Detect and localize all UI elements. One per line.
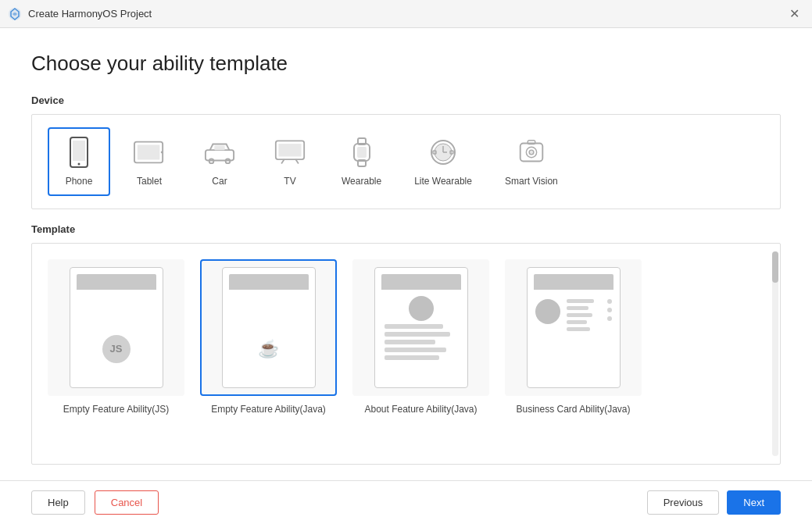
device-smart-vision-label: Smart Vision [505,176,558,187]
close-button[interactable]: ✕ [785,6,804,22]
lite-wearable-icon [427,137,459,168]
device-item-lite-wearable[interactable]: Lite Wearable [402,127,485,196]
template-section: Template JS Empty Featur [31,223,781,465]
template-about-java-label: About Feature Ability(Java) [364,404,477,415]
phone-icon [63,137,95,168]
device-item-car[interactable]: Car [188,127,251,196]
svg-rect-5 [138,144,160,159]
wearable-icon [346,137,377,168]
template-item-bizcard-java[interactable]: Business Card Ability(Java) [505,259,642,415]
scrollbar-thumb[interactable] [772,251,778,283]
svg-point-27 [529,150,534,155]
template-preview-about-java [352,259,489,396]
tv-icon [274,137,306,168]
device-panel: Phone Tablet [31,114,781,209]
svg-point-9 [226,159,231,164]
device-wearable-label: Wearable [342,176,381,187]
footer-right: Previous Next [647,490,781,515]
svg-point-6 [161,151,163,154]
main-window: Create HarmonyOS Project ✕ Choose your a… [0,0,812,524]
device-car-label: Car [212,176,227,187]
car-icon [204,137,235,168]
page-title: Choose your ability template [31,52,781,76]
scrollbar-track [772,251,778,456]
svg-rect-2 [73,141,85,161]
device-item-phone[interactable]: Phone [48,127,110,196]
template-preview-empty-js: JS [48,259,184,396]
device-section-label: Device [31,94,781,106]
template-section-label: Template [31,223,781,235]
device-lite-wearable-label: Lite Wearable [414,176,472,187]
svg-point-8 [209,159,214,164]
device-item-smart-vision[interactable]: Smart Vision [492,127,571,196]
tablet-icon [134,137,165,168]
footer-left: Help Cancel [31,490,159,515]
previous-button[interactable]: Previous [647,490,720,515]
help-button[interactable]: Help [31,490,85,515]
svg-point-3 [78,163,80,166]
smart-vision-icon [516,137,547,168]
cancel-button[interactable]: Cancel [95,490,159,515]
template-preview-bizcard-java [505,259,642,396]
svg-rect-28 [528,141,535,144]
template-preview-empty-java: ☕ [200,259,337,396]
device-item-tv[interactable]: TV [259,127,321,196]
device-item-tablet[interactable]: Tablet [118,127,181,196]
device-tv-label: TV [284,176,295,187]
java-cup-icon: ☕ [255,335,283,363]
title-bar-left: Create HarmonyOS Project [8,7,152,21]
title-bar: Create HarmonyOS Project ✕ [0,0,812,28]
template-bizcard-java-label: Business Card Ability(Java) [516,404,630,415]
svg-rect-10 [214,145,224,150]
device-item-wearable[interactable]: Wearable [329,127,394,196]
svg-rect-12 [278,144,301,156]
template-item-about-java[interactable]: About Feature Ability(Java) [352,259,489,415]
template-empty-js-label: Empty Feature Ability(JS) [63,404,169,415]
footer: Help Cancel Previous Next [0,480,812,524]
template-item-empty-java[interactable]: ☕ Empty Feature Ability(Java) [200,259,337,415]
main-content: Choose your ability template Device Phon… [0,28,812,480]
js-badge-icon: JS [102,335,131,363]
template-item-empty-js[interactable]: JS Empty Feature Ability(JS) [48,259,184,415]
template-scroll-area: JS Empty Feature Ability(JS) [48,259,764,415]
svg-rect-16 [357,147,367,158]
window-title: Create HarmonyOS Project [28,8,152,20]
device-tablet-label: Tablet [137,176,162,187]
template-empty-java-label: Empty Feature Ability(Java) [211,404,326,415]
next-button[interactable]: Next [727,490,781,515]
device-phone-label: Phone [66,176,93,187]
template-panel: JS Empty Feature Ability(JS) [31,243,781,465]
app-logo-icon [8,7,22,21]
